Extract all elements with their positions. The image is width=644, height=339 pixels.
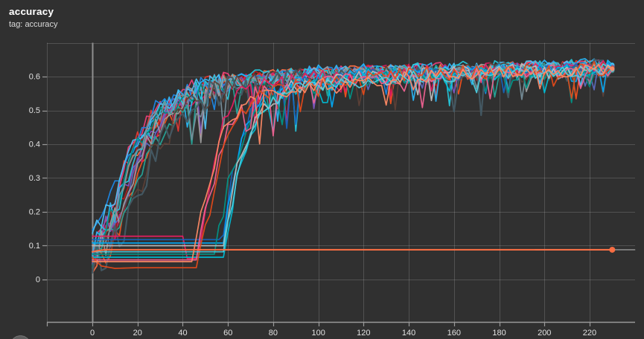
accuracy-line-chart[interactable] xyxy=(0,0,644,339)
chart-title: accuracy xyxy=(9,6,57,18)
tensorboard-chart-card: accuracy tag: accuracy xyxy=(0,0,644,339)
chart-tag-subtitle: tag: accuracy xyxy=(9,19,57,29)
chart-header: accuracy tag: accuracy xyxy=(9,6,57,28)
